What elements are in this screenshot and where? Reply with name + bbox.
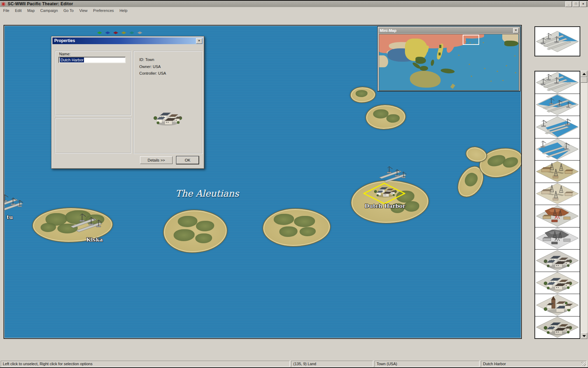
minimap-title-bar[interactable]: Mini-Map × bbox=[378, 27, 519, 34]
kiska-label: Kiska bbox=[80, 237, 109, 243]
minimap-close-button[interactable]: × bbox=[513, 28, 519, 33]
palette-tile-town-small-a[interactable] bbox=[535, 250, 580, 272]
empty-groupbox bbox=[55, 118, 131, 154]
palette-tile-oil-derricks-dark[interactable] bbox=[535, 161, 580, 183]
palette-tile-town-large[interactable] bbox=[535, 316, 580, 339]
minimap-viewport-rect[interactable] bbox=[463, 35, 479, 45]
attu-label: tu bbox=[4, 214, 18, 220]
palette-tile-town-small-b[interactable] bbox=[535, 272, 580, 294]
application-window: SC-WWII Pacific Theater: Editor _ □ × Fi… bbox=[0, 0, 588, 368]
minimap-islet bbox=[514, 55, 516, 56]
minimap-islet bbox=[458, 55, 460, 56]
kiska-harbor-cranes[interactable] bbox=[68, 212, 108, 234]
minimap-canvas[interactable] bbox=[379, 34, 519, 91]
palette-tile-mine-red-rock[interactable] bbox=[535, 205, 580, 227]
minimap-islet bbox=[506, 65, 507, 66]
palette-tile-harbor-piers-a[interactable] bbox=[535, 71, 580, 94]
dialog-title-bar[interactable]: Properties bbox=[52, 38, 203, 44]
name-input-selected-text: Dutch Harbor bbox=[60, 57, 84, 62]
minimap-australia bbox=[410, 71, 441, 88]
minimap-borneo bbox=[420, 66, 428, 71]
hill bbox=[386, 114, 400, 123]
hill bbox=[294, 216, 315, 227]
menu-help[interactable]: Help bbox=[119, 8, 127, 13]
selection-diamond[interactable] bbox=[363, 183, 405, 204]
palette-tile-drydock-b[interactable] bbox=[535, 138, 580, 161]
scroll-down-button[interactable] bbox=[581, 333, 587, 339]
name-input[interactable]: Dutch Harbor bbox=[58, 57, 126, 63]
hill bbox=[279, 226, 298, 237]
menu-preferences[interactable]: Preferences bbox=[93, 8, 114, 13]
window-title: SC-WWII Pacific Theater: Editor bbox=[8, 1, 73, 6]
region-label: The Aleutians bbox=[168, 188, 246, 199]
palette-tile-harbor-selected[interactable] bbox=[536, 31, 579, 52]
status-bar: Left click to unselect, Right click for … bbox=[0, 361, 588, 367]
scroll-up-button[interactable] bbox=[581, 71, 587, 77]
attu-harbor-cranes[interactable] bbox=[4, 193, 28, 213]
properties-dialog[interactable]: Properties × Name: Dutch Harbor ID: Town… bbox=[51, 36, 204, 169]
scrollbar-thumb[interactable] bbox=[581, 77, 587, 83]
menu-map[interactable]: Map bbox=[27, 8, 35, 13]
toolbar: ↶ ↷ ✎ ✕ ⚡ bbox=[0, 14, 588, 25]
hill bbox=[300, 227, 316, 236]
hill bbox=[195, 233, 212, 243]
menu-edit[interactable]: Edit bbox=[15, 8, 22, 13]
minimap-philippines bbox=[430, 59, 435, 66]
hill bbox=[356, 90, 368, 97]
minimap-india bbox=[379, 55, 388, 67]
hill bbox=[196, 221, 214, 231]
ok-button[interactable]: OK bbox=[176, 156, 199, 164]
minimap-indochina bbox=[415, 57, 426, 64]
minimap-islet bbox=[490, 81, 492, 82]
menu-file[interactable]: File bbox=[3, 8, 9, 13]
palette-tile-oil-derricks-light[interactable] bbox=[535, 183, 580, 205]
town-preview-image bbox=[145, 107, 189, 128]
minimap-new-zealand bbox=[450, 84, 455, 89]
dutch-harbor-label: Dutch Harbor bbox=[360, 203, 410, 209]
maximize-button[interactable]: □ bbox=[573, 1, 579, 7]
menu-campaign[interactable]: Campaign bbox=[40, 8, 58, 13]
close-button[interactable]: × bbox=[580, 1, 587, 7]
title-bar[interactable]: SC-WWII Pacific Theater: Editor _ □ × bbox=[0, 1, 588, 7]
minimap-alaska-south bbox=[504, 41, 518, 46]
status-hint: Left click to unselect, Right click for … bbox=[1, 361, 290, 367]
controller-line: Controller: USA bbox=[139, 71, 166, 75]
status-coordinates: (135, 9) Land bbox=[291, 361, 373, 367]
name-label: Name: bbox=[59, 52, 70, 56]
menu-view[interactable]: View bbox=[79, 8, 88, 13]
menu-goto[interactable]: Go To bbox=[63, 8, 74, 13]
hill bbox=[274, 214, 294, 225]
minimap-islet bbox=[484, 68, 485, 69]
selected-tile-preview[interactable] bbox=[534, 26, 580, 56]
details-button[interactable]: Details >> bbox=[140, 156, 173, 164]
minimap-islet bbox=[497, 71, 498, 72]
minimap-islet bbox=[469, 64, 470, 65]
owner-line: Owner: USA bbox=[139, 64, 161, 69]
minimap-japan-south bbox=[439, 53, 441, 55]
minimize-button[interactable]: _ bbox=[565, 1, 572, 7]
menu-bar: File Edit Map Campaign Go To View Prefer… bbox=[0, 7, 588, 14]
hill bbox=[178, 216, 197, 227]
dutch-harbor-cranes[interactable] bbox=[378, 165, 411, 184]
down-arrow-icon bbox=[582, 335, 586, 337]
rising-sun-app-icon bbox=[1, 1, 6, 7]
hill bbox=[174, 229, 195, 241]
palette-scrollbar[interactable] bbox=[581, 71, 587, 339]
status-tile-name: Dutch Harbor bbox=[481, 361, 587, 367]
hill bbox=[463, 171, 480, 189]
resize-grip[interactable] bbox=[581, 362, 586, 366]
palette-tile-harbor-piers-b[interactable] bbox=[535, 94, 580, 116]
up-arrow-icon bbox=[582, 73, 586, 75]
hill bbox=[41, 223, 56, 232]
status-tile-type: Town (USA) bbox=[374, 361, 479, 367]
minimap-window[interactable]: Mini-Map × bbox=[377, 26, 520, 91]
palette-tile-town-church[interactable] bbox=[535, 294, 580, 316]
palette-tile-mine-gray-rock[interactable] bbox=[535, 227, 580, 250]
minimap-japan-north bbox=[439, 45, 441, 48]
minimap-islet bbox=[471, 76, 472, 77]
palette-tile-drydock-a[interactable] bbox=[535, 116, 580, 138]
minimap-islet bbox=[515, 72, 516, 73]
minimap-islet bbox=[502, 80, 504, 81]
tile-palette-list bbox=[534, 71, 580, 339]
dialog-close-button[interactable]: × bbox=[196, 38, 202, 44]
